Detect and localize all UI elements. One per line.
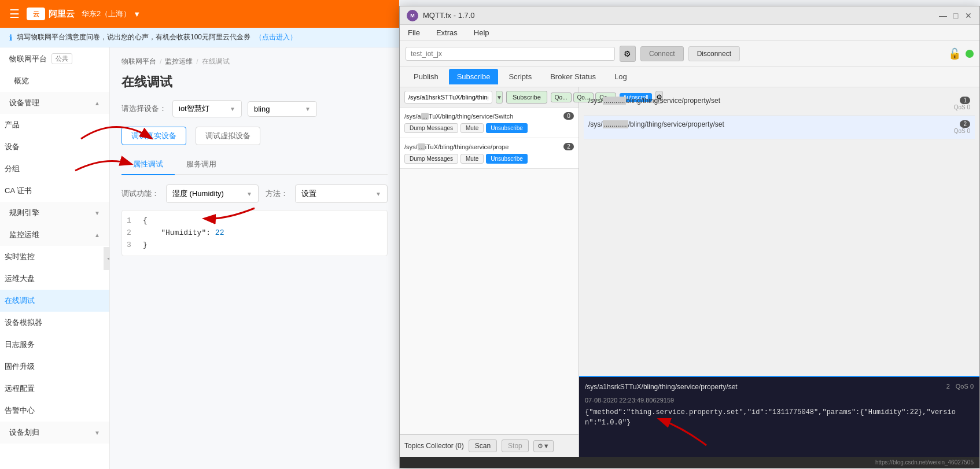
menu-file[interactable]: File [404, 28, 423, 37]
breadcrumb-current: 在线调试 [202, 57, 230, 67]
topic-item-switch: /sys/a...TuX/bling/thing/service/Switch … [400, 108, 579, 138]
sidebar-item-rules-engine[interactable]: 规则引擎 ▼ [0, 202, 109, 224]
sidebar-item-realtime-monitor[interactable]: 实时监控 [0, 246, 109, 268]
close-button[interactable]: ✕ [964, 12, 972, 20]
lock-icon: 🔓 [948, 47, 961, 60]
bottom-link: https://blog.csdn.net/weixin_46027505 [875, 459, 974, 466]
topics-collector-label: Topics Collector (0) [404, 442, 464, 450]
sidebar-item-device-management[interactable]: 设备管理 ▲ [0, 92, 109, 114]
tab-log[interactable]: Log [606, 69, 635, 84]
sidebar-item-device-assign[interactable]: 设备划归 ▼ [0, 422, 109, 444]
line-num-3: 3 [127, 239, 138, 252]
menu-help[interactable]: Help [470, 28, 493, 37]
debug-function-select[interactable]: 湿度 (Humidity) ▼ [166, 184, 259, 203]
sidebar-item-log-service[interactable]: 日志服务 [0, 334, 109, 356]
topic-name-1: /sys/a...TuX/bling/thing/service/Switch [404, 113, 560, 120]
connection-input[interactable] [406, 47, 615, 61]
device-select-2[interactable]: bling ▼ [248, 101, 317, 117]
mqtt-panel: M MQTT.fx - 1.7.0 — □ ✕ File Extras Help… [399, 6, 980, 468]
tab-service-call[interactable]: 服务调用 [175, 154, 228, 175]
stop-button[interactable]: Stop [502, 440, 529, 452]
message-detail-topic: /sys/a1hsrkSTTuX/bling/thing/service/pro… [585, 383, 738, 391]
unsubscribe-btn-1[interactable]: Unsubscribe [486, 123, 528, 133]
tab-virtual-device[interactable]: 调试虚拟设备 [196, 127, 260, 145]
message-qos-1: QoS 0 [954, 104, 970, 110]
debug-method-select[interactable]: 设置 ▼ [295, 184, 388, 203]
mqtt-tabs: Publish Subscribe Scripts Broker Status … [400, 67, 979, 87]
device-select-1[interactable]: iot智慧灯 ▼ [172, 100, 242, 117]
info-icon: ℹ [9, 33, 12, 42]
tab-property-debug[interactable]: 属性调试 [121, 154, 175, 175]
chevron-down-icon-2: ▼ [94, 430, 100, 436]
maximize-button[interactable]: □ [952, 12, 960, 20]
tab-publish[interactable]: Publish [406, 69, 447, 84]
banner-link[interactable]: （点击进入） [255, 32, 297, 42]
sidebar-item-online-debug[interactable]: 在线调试 [0, 290, 109, 312]
subscribe-topic-dropdown[interactable]: ▼ [496, 91, 503, 104]
mqtt-logo-icon: M [407, 10, 418, 21]
topic-name-2: /sys/...iTuX/bling/thing/service/prope [404, 143, 560, 150]
sidebar-item-group[interactable]: 分组 [0, 158, 109, 180]
debug-function-chevron-icon: ▼ [246, 191, 252, 197]
mqtt-left-pane: ▼ Subscribe Qo... Qo... Qo... Autoscroll… [400, 87, 579, 457]
sidebar-platform-badge: 公共 [51, 53, 72, 64]
minimize-button[interactable]: — [939, 12, 947, 20]
connect-button[interactable]: Connect [640, 46, 684, 61]
topic-item-header-2: /sys/...iTuX/bling/thing/service/prope 2 [404, 143, 574, 150]
region-selector[interactable]: 华东2（上海） ▼ [82, 9, 141, 19]
code-content-3: } [143, 239, 148, 252]
debug-function-row: 调试功能： 湿度 (Humidity) ▼ 方法： 设置 ▼ [121, 184, 388, 203]
mute-btn-2[interactable]: Mute [460, 154, 484, 164]
scan-button[interactable]: Scan [469, 440, 497, 452]
device-select-2-value: bling [254, 105, 270, 113]
code-editor[interactable]: 1 { 2 "Humidity": 22 3 } [121, 210, 388, 256]
tab-subscribe[interactable]: Subscribe [449, 69, 499, 84]
tab-real-device[interactable]: 调试真实设备 [121, 127, 186, 145]
device-tabs-row: 调试真实设备 调试虚拟设备 [121, 127, 388, 145]
message-count-2: 2 [960, 120, 970, 128]
sidebar-collapse-btn[interactable]: ◀ [104, 247, 110, 270]
sidebar-item-remote-config[interactable]: 远程配置 [0, 378, 109, 400]
disconnect-button[interactable]: Disconnect [688, 46, 740, 61]
hamburger-icon[interactable]: ☰ [9, 7, 20, 21]
breadcrumb-sep2: / [196, 58, 198, 66]
main-layout: 物联网平台 公共 概览 设备管理 ▲ 产品 设备 分组 CA 证书 规则引擎 ▼… [0, 47, 399, 469]
unsubscribe-btn-2[interactable]: Unsubscribe [486, 154, 528, 164]
sidebar-item-firmware[interactable]: 固件升级 [0, 356, 109, 378]
connection-gear-button[interactable]: ⚙ [620, 46, 636, 62]
breadcrumb: 物联网平台 / 监控运维 / 在线调试 [121, 57, 388, 67]
breadcrumb-iot[interactable]: 物联网平台 [121, 57, 156, 67]
subscribe-button[interactable]: Subscribe [506, 91, 547, 104]
message-item-1[interactable]: /sys/...........bling/thing/service/prop… [584, 92, 975, 116]
topic-actions-1: Dump Messages Mute Unsubscribe [404, 123, 574, 133]
mute-btn-1[interactable]: Mute [460, 123, 484, 133]
sidebar-item-ops-dashboard[interactable]: 运维大盘 [0, 268, 109, 290]
sidebar-item-device-simulator[interactable]: 设备模拟器 [0, 312, 109, 334]
topic-badge-1: 0 [563, 112, 574, 120]
tab-scripts[interactable]: Scripts [500, 69, 540, 84]
menu-extras[interactable]: Extras [433, 28, 461, 37]
content-area: 物联网平台 / 监控运维 / 在线调试 在线调试 请选择设备： iot智慧灯 ▼… [110, 47, 399, 469]
tab-broker-status[interactable]: Broker Status [542, 69, 604, 84]
sidebar-item-monitor[interactable]: 监控运维 ▲ [0, 224, 109, 246]
mqtt-title-bar: M MQTT.fx - 1.7.0 — □ ✕ [400, 6, 979, 25]
top-bar: ☰ 云 阿里云 华东2（上海） ▼ [0, 0, 399, 28]
chevron-up-icon: ▲ [94, 100, 100, 106]
qos-btn-1[interactable]: Qo... [551, 93, 572, 102]
debug-method-chevron-icon: ▼ [375, 191, 381, 197]
subscribe-topic-input[interactable] [404, 91, 492, 104]
sidebar-item-overview[interactable]: 概览 [0, 70, 109, 92]
collector-settings-button[interactable]: ⚙▼ [533, 440, 554, 452]
debug-method-value: 设置 [301, 189, 316, 199]
device-select-1-value: iot智慧灯 [179, 104, 209, 114]
breadcrumb-monitor[interactable]: 监控运维 [165, 57, 193, 67]
sidebar-item-device[interactable]: 设备 [0, 136, 109, 158]
message-detail-qos: QoS 0 [956, 383, 974, 393]
dump-messages-btn-1[interactable]: Dump Messages [404, 123, 458, 133]
sidebar-item-product[interactable]: 产品 [0, 114, 109, 136]
sidebar-item-ca-cert[interactable]: CA 证书 [0, 180, 109, 202]
sidebar-item-alerts[interactable]: 告警中心 [0, 400, 109, 422]
message-item-2[interactable]: /sys/............/bling/thing/service/pr… [584, 116, 975, 139]
dump-messages-btn-2[interactable]: Dump Messages [404, 154, 458, 164]
topic-item-property: /sys/...iTuX/bling/thing/service/prope 2… [400, 138, 579, 169]
